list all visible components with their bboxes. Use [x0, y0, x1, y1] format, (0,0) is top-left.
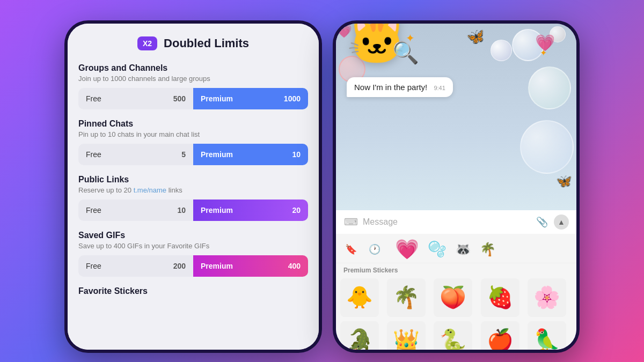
section-pinned-chats: Pinned Chats Pin up to 10 chats in your … — [78, 119, 308, 165]
sticker-flower[interactable]: 🌸 — [528, 278, 566, 317]
bubble-tab-deco: 🫧 — [428, 240, 447, 258]
sticker-grid-row2: 🐊 👑 🐍 🍎 🦜 — [336, 319, 576, 350]
section-desc-gifs: Save up to 400 GIFs in your Favorite GIF… — [78, 242, 308, 250]
recent-icon[interactable]: 🕐 — [367, 242, 382, 257]
sticker-duck[interactable]: 🐥 — [340, 278, 379, 317]
premium-label-gifs: Premium — [201, 262, 233, 270]
section-title-groups: Groups and Channels — [78, 63, 308, 73]
desc-plain-links: Reserve up to 20 — [78, 186, 134, 194]
sticker-tabs: 🔖 🕐 💗 🫧 🦝 🌴 — [336, 234, 576, 263]
section-public-links: Public Links Reserve up to 20 t.me/name … — [78, 175, 308, 221]
premium-val-groups: 1000 — [284, 94, 301, 103]
free-val-links: 10 — [177, 206, 186, 215]
bookmark-icon[interactable]: 🔖 — [343, 242, 358, 257]
section-groups-channels: Groups and Channels Join up to 1000 chan… — [78, 63, 308, 109]
x2-badge: X2 — [137, 36, 157, 50]
free-label-gifs: Free — [86, 262, 101, 270]
heart-float-1: 💗 — [336, 24, 352, 39]
mirror-deco: 🔍 — [392, 40, 419, 65]
premium-val-links: 20 — [292, 206, 301, 215]
bubble-deco-4 — [528, 67, 571, 109]
section-desc-groups: Join up to 1000 channels and large group… — [78, 75, 308, 83]
sticker-snake[interactable]: 🐍 — [434, 321, 472, 350]
message-bar: ⌨ Message 📎 ▲ — [336, 210, 576, 234]
limit-free-pinned: Free 5 — [78, 144, 193, 165]
section-fav-stickers: Favorite Stickers — [78, 286, 308, 296]
bubble-deco-2 — [491, 40, 512, 61]
premium-label-groups: Premium — [201, 94, 233, 103]
raccoon-deco: 🦝 — [455, 242, 471, 257]
limit-free-links: Free 10 — [78, 200, 193, 221]
keyboard-icon[interactable]: ⌨ — [343, 215, 358, 230]
free-label-groups: Free — [86, 94, 101, 103]
free-val-gifs: 200 — [173, 262, 186, 270]
premium-label-links: Premium — [201, 206, 233, 215]
left-phone: X2 Doubled Limits Groups and Channels Jo… — [64, 20, 322, 353]
free-label-links: Free — [86, 206, 101, 215]
message-input[interactable]: Message — [363, 217, 530, 227]
sticker-berry[interactable]: 🍓 — [481, 278, 519, 317]
tme-link[interactable]: t.me/name — [134, 186, 166, 194]
sticker-section-label: Premium Stickers — [336, 263, 576, 276]
butterfly-deco-2: 🦋 — [556, 174, 572, 189]
section-title-gifs: Saved GIFs — [78, 231, 308, 240]
section-desc-pinned: Pin up to 10 chats in your main chat lis… — [78, 130, 308, 138]
limit-bar-groups: Free 500 Premium 1000 — [78, 88, 308, 109]
attach-icon[interactable]: 📎 — [535, 215, 550, 230]
limit-premium-links: Premium 20 — [193, 200, 308, 221]
premium-val-gifs: 400 — [288, 262, 301, 270]
limit-premium-pinned: Premium 10 — [193, 144, 308, 165]
free-label-pinned: Free — [86, 150, 101, 159]
limit-bar-links: Free 10 Premium 20 — [78, 200, 308, 221]
sticker-grid-row1: 🐥 🌴 🍑 🍓 🌸 — [336, 276, 576, 319]
page-title: Doubled Limits — [164, 36, 249, 50]
premium-label-pinned: Premium — [201, 150, 233, 159]
free-val-pinned: 5 — [181, 150, 186, 159]
heart-float-2: 💗 — [535, 33, 555, 52]
limit-bar-pinned: Free 5 Premium 10 — [78, 144, 308, 165]
sticker-apple[interactable]: 🍎 — [481, 321, 519, 350]
bubble-text: Now I'm in the party! — [354, 83, 427, 92]
limit-free-groups: Free 500 — [78, 88, 193, 109]
sticker-palm[interactable]: 🌴 — [387, 278, 426, 317]
tree-deco: 🌴 — [480, 242, 496, 257]
butterfly-deco: 🦋 — [465, 26, 486, 47]
right-phone: 🦋 🦋 ✦ ✦ Now I'm in the party! 9:41 🐱 🔍 💗… — [333, 20, 580, 353]
bubble-deco-5 — [520, 120, 574, 174]
section-title-pinned: Pinned Chats — [78, 119, 308, 129]
premium-val-pinned: 10 — [292, 150, 301, 159]
chevron-up-icon[interactable]: ▲ — [554, 215, 569, 230]
bubble-time: 9:41 — [434, 85, 445, 91]
sticker-bird[interactable]: 🦜 — [528, 321, 566, 350]
sticker-peach[interactable]: 🍑 — [434, 278, 472, 317]
fav-stickers-title: Favorite Stickers — [78, 286, 308, 296]
chat-background: 🦋 🦋 ✦ ✦ Now I'm in the party! 9:41 🐱 🔍 💗… — [336, 24, 576, 210]
limit-premium-groups: Premium 1000 — [193, 88, 308, 109]
chat-bubble: Now I'm in the party! 9:41 — [347, 77, 453, 97]
heart-tab-deco: 💗 — [395, 238, 419, 261]
limit-free-gifs: Free 200 — [78, 255, 193, 277]
section-saved-gifs: Saved GIFs Save up to 400 GIFs in your F… — [78, 231, 308, 277]
header-row: X2 Doubled Limits — [78, 36, 308, 50]
sticker-panel: ⌨ Message 📎 ▲ 🔖 🕐 💗 🫧 🦝 🌴 Premium Sticke… — [336, 210, 576, 350]
desc-suffix-links: links — [166, 186, 182, 194]
limit-bar-gifs: Free 200 Premium 400 — [78, 255, 308, 277]
section-title-links: Public Links — [78, 175, 308, 184]
free-val-groups: 500 — [173, 94, 186, 103]
limit-premium-gifs: Premium 400 — [193, 255, 308, 277]
sticker-crown[interactable]: 👑 — [387, 321, 426, 350]
section-desc-links: Reserve up to 20 t.me/name links — [78, 186, 308, 194]
sticker-croc[interactable]: 🐊 — [340, 321, 379, 350]
